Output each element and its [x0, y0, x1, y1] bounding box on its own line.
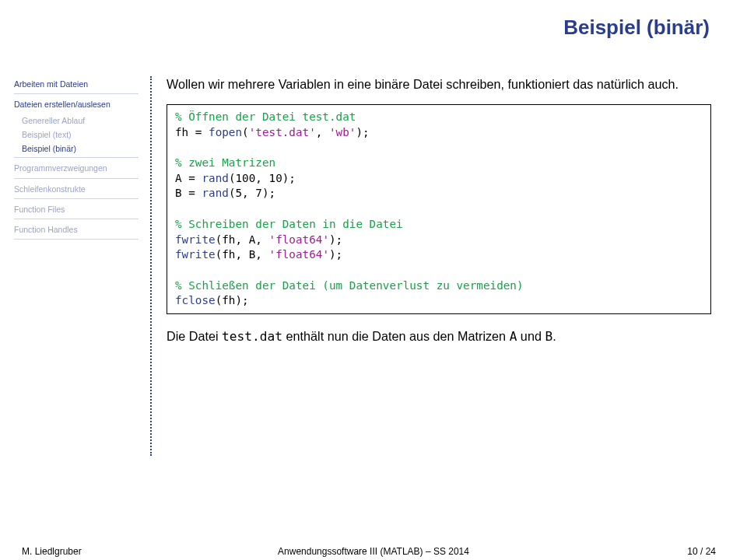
- outro-code: test.dat: [222, 329, 282, 344]
- sidebar-item[interactable]: Arbeiten mit Dateien: [14, 78, 139, 90]
- outro-text: enthält nun die Daten aus den Matrizen: [282, 329, 510, 343]
- code-string: 'test.dat': [249, 126, 316, 138]
- sidebar-rule: [14, 178, 139, 179]
- sidebar-item[interactable]: Genereller Ablauf: [14, 114, 139, 127]
- code-text: (: [242, 126, 249, 138]
- code-string: 'wb': [329, 126, 356, 138]
- code-string: 'float64': [269, 248, 329, 261]
- sidebar-item-current: Beispiel (binär): [14, 142, 139, 155]
- outro-code: A: [510, 329, 517, 344]
- code-keyword: fwrite: [175, 248, 216, 261]
- footer-page-number: 10 / 24: [687, 546, 716, 557]
- outro-text: .: [552, 329, 556, 343]
- slide-page: Beispiel (binär) Arbeiten mit Dateien Da…: [0, 0, 747, 560]
- code-keyword: fopen: [209, 126, 242, 138]
- code-text: (fh);: [216, 294, 249, 306]
- footer-course: Anwendungssoftware III (MATLAB) – SS 201…: [0, 546, 747, 557]
- sidebar-item[interactable]: Function Handles: [14, 223, 139, 236]
- code-comment: % Öffnen der Datei test.dat: [175, 110, 356, 123]
- sidebar-rule: [14, 219, 139, 219]
- sidebar-item[interactable]: Programmverzweigungen: [14, 162, 139, 174]
- code-text: (fh, A,: [216, 233, 269, 246]
- code-text: (fh, B,: [216, 248, 269, 261]
- sidebar-item[interactable]: Schleifenkonstrukte: [14, 183, 139, 195]
- slide-title: Beispiel (binär): [563, 16, 710, 40]
- code-comment: % Schließen der Datei (um Datenverlust z…: [175, 279, 524, 292]
- sidebar-rule: [14, 157, 139, 158]
- sidebar-rule: [14, 239, 139, 240]
- intro-paragraph: Wollen wir mehrere Variablen in eine bin…: [167, 76, 711, 93]
- outro-code: B: [545, 329, 552, 344]
- outro-text: Die Datei: [167, 329, 222, 343]
- sidebar-item[interactable]: Function Files: [14, 203, 139, 215]
- code-keyword: fwrite: [175, 233, 216, 246]
- outro-text: und: [517, 329, 545, 343]
- sidebar-item[interactable]: Dateien erstellen/auslesen: [14, 98, 139, 110]
- code-comment: % zwei Matrizen: [175, 156, 275, 169]
- code-listing: % Öffnen der Datei test.dat fh = fopen('…: [167, 104, 711, 314]
- code-text: );: [329, 248, 342, 261]
- code-text: ,: [316, 126, 329, 138]
- sidebar-rule: [14, 198, 139, 199]
- code-keyword: rand: [202, 172, 228, 184]
- code-keyword: rand: [202, 187, 228, 199]
- code-text: B =: [175, 187, 202, 199]
- vertical-divider: [150, 76, 152, 456]
- code-text: fh =: [175, 126, 209, 138]
- code-text: );: [329, 233, 342, 246]
- code-string: 'float64': [269, 233, 329, 246]
- sidebar-rule: [14, 93, 139, 94]
- outline-sidebar: Arbeiten mit Dateien Dateien erstellen/a…: [14, 78, 139, 243]
- code-text: (100, 10);: [229, 172, 296, 184]
- code-comment: % Schreiben der Daten in die Datei: [175, 218, 403, 230]
- sidebar-item[interactable]: Beispiel (text): [14, 128, 139, 141]
- code-text: (5, 7);: [229, 187, 275, 199]
- outro-paragraph: Die Datei test.dat enthält nun die Daten…: [167, 328, 711, 345]
- code-text: A =: [175, 172, 202, 184]
- slide-content: Wollen wir mehrere Variablen in eine bin…: [167, 76, 711, 345]
- code-keyword: fclose: [175, 294, 216, 306]
- code-text: );: [356, 126, 369, 138]
